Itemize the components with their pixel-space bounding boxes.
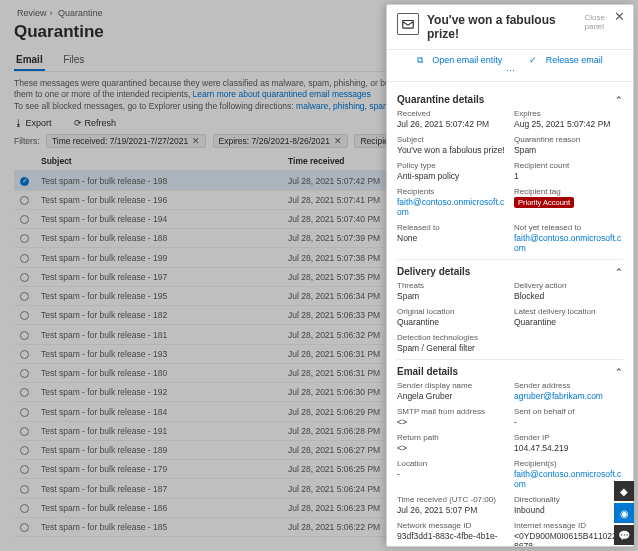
label-directionality: Directionality	[514, 495, 623, 504]
chevron-up-icon: ⌃	[615, 95, 623, 105]
value-ptype: Anti-spam policy	[397, 171, 506, 181]
label-subject: Subject	[397, 135, 506, 144]
side-button-3[interactable]: 💬	[614, 525, 634, 545]
value-directionality: Inbound	[514, 505, 623, 515]
value-qreason: Spam	[514, 145, 623, 155]
value-sender-ip: 104.47.54.219	[514, 443, 623, 453]
value-rcount: 1	[514, 171, 623, 181]
label-not-released: Not yet released to	[514, 223, 623, 232]
label-time-received: Time received (UTC -07:00)	[397, 495, 506, 504]
label-rtag: Recipient tag	[514, 187, 623, 196]
section-quarantine-details[interactable]: Quarantine details⌃	[397, 94, 623, 105]
value-latest-location: Quarantine	[514, 317, 623, 327]
close-button[interactable]: ✕	[614, 9, 625, 24]
value-precipients[interactable]: faith@contoso.onmicrosoft.com	[514, 469, 623, 489]
value-sent-on-behalf: -	[514, 417, 623, 427]
label-sender-name: Sender display name	[397, 381, 506, 390]
value-location: -	[397, 469, 506, 479]
label-qreason: Quarantine reason	[514, 135, 623, 144]
value-internet-msg-id: <0YD900M0I0615B411022A8678	[514, 531, 623, 546]
side-button-2[interactable]: ◉	[614, 503, 634, 523]
label-rcount: Recipient count	[514, 161, 623, 170]
value-subject: You've won a fabulous prize!	[397, 145, 506, 155]
label-location: Location	[397, 459, 506, 468]
label-detection-tech: Detection technologies	[397, 333, 623, 342]
label-sent-on-behalf: Sent on behalf of	[514, 407, 623, 416]
mail-icon	[397, 13, 419, 35]
value-received: Jul 26, 2021 5:07:42 PM	[397, 119, 506, 129]
label-sender-addr: Sender address	[514, 381, 623, 390]
label-received: Received	[397, 109, 506, 118]
value-sender-name: Angela Gruber	[397, 391, 506, 401]
label-precipients: Recipient(s)	[514, 459, 623, 468]
more-actions-button[interactable]: ⋯	[506, 66, 515, 76]
release-email-button[interactable]: ✓Release email	[523, 55, 609, 65]
priority-account-badge: Priority Account	[514, 197, 574, 208]
value-network-msg-id: 93df3dd1-883c-4fbe-4b1e-	[397, 531, 506, 541]
chevron-up-icon: ⌃	[615, 367, 623, 377]
label-smtp-from: SMTP mail from address	[397, 407, 506, 416]
label-orig-location: Original location	[397, 307, 506, 316]
panel-title: You've won a fabulous prize!	[427, 13, 576, 41]
value-orig-location: Quarantine	[397, 317, 506, 327]
value-not-released[interactable]: faith@contoso.onmicrosoft.com	[514, 233, 623, 253]
label-latest-location: Latest delivery location	[514, 307, 623, 316]
panel-actions: ⧉Open email entity ✓Release email ⋯	[387, 50, 633, 82]
value-threats: Spam	[397, 291, 506, 301]
value-sender-addr[interactable]: agruber@fabrikam.com	[514, 391, 623, 401]
value-smtp-from: <>	[397, 417, 506, 427]
value-return-path: <>	[397, 443, 506, 453]
label-expires: Expires	[514, 109, 623, 118]
details-panel: ✕ You've won a fabulous prize! Close pan…	[386, 4, 634, 547]
value-time-received: Jul 26, 2021 5:07 PM	[397, 505, 506, 515]
label-released-to: Released to	[397, 223, 506, 232]
label-return-path: Return path	[397, 433, 506, 442]
label-recipients: Recipients	[397, 187, 506, 196]
section-email-details[interactable]: Email details⌃	[397, 366, 623, 377]
chevron-up-icon: ⌃	[615, 267, 623, 277]
side-button-1[interactable]: ◆	[614, 481, 634, 501]
label-ptype: Policy type	[397, 161, 506, 170]
section-delivery-details[interactable]: Delivery details⌃	[397, 266, 623, 277]
value-released-to: None	[397, 233, 506, 243]
label-network-msg-id: Network message ID	[397, 521, 506, 530]
label-threats: Threats	[397, 281, 506, 290]
label-internet-msg-id: Internet message ID	[514, 521, 623, 530]
label-delivery-action: Delivery action	[514, 281, 623, 290]
value-expires: Aug 25, 2021 5:07:42 PM	[514, 119, 623, 129]
open-entity-button[interactable]: ⧉Open email entity	[411, 55, 508, 65]
value-recipients[interactable]: faith@contoso.onmicrosoft.com	[397, 197, 506, 217]
value-delivery-action: Blocked	[514, 291, 623, 301]
svg-rect-0	[403, 21, 414, 29]
value-detection-tech: Spam / General filter	[397, 343, 623, 353]
label-sender-ip: Sender IP	[514, 433, 623, 442]
